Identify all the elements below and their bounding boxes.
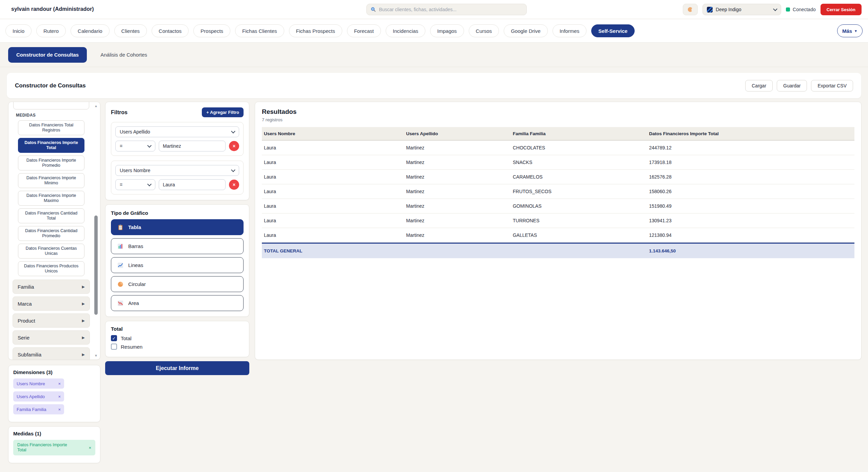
checkbox-label: Total	[121, 335, 132, 341]
table-icon	[117, 224, 123, 230]
more-menu-button[interactable]: Más ▼	[837, 24, 863, 37]
remove-chip-icon[interactable]: ×	[58, 407, 61, 412]
main-nav: InicioRuteroCalendarioClientesContactosP…	[0, 19, 868, 43]
measure-item-datos-financieros-cantidad-promedio[interactable]: Datos Financieros Cantidad Promedio	[18, 226, 84, 241]
fields-scroll-area[interactable]: MEDIDAS Datos Financieros Total Registro…	[8, 102, 100, 360]
section-product[interactable]: Product▶	[13, 313, 90, 328]
line-chart-icon	[117, 262, 123, 268]
nav-item-inicio[interactable]: Inicio	[5, 24, 32, 37]
nav-item-fichas-prospects[interactable]: Fichas Prospects	[289, 24, 342, 37]
nav-item-rutero[interactable]: Rutero	[36, 24, 66, 37]
export-csv-button[interactable]: Exportar CSV	[811, 80, 853, 91]
table-cell: 130941.23	[647, 218, 854, 223]
scrollbar-thumb[interactable]	[94, 216, 98, 315]
theme-select[interactable]: Deep Indigo	[702, 4, 781, 15]
chart-type-circular[interactable]: Circular	[111, 276, 244, 292]
dimensions-panel-title: Dimensiones (3)	[13, 369, 95, 375]
chart-type-lineas[interactable]: Lineas	[111, 257, 244, 273]
total-options-title: Total	[111, 326, 244, 332]
chart-type-area[interactable]: Area	[111, 295, 244, 311]
nav-item-google-drive[interactable]: Google Drive	[504, 24, 548, 37]
selected-measures-panel: Medidas (1) Datos Financieros Importe To…	[8, 426, 100, 463]
table-cell: Martinez	[404, 145, 510, 150]
table-cell: CARAMELOS	[511, 174, 647, 180]
table-cell: Martinez	[404, 232, 510, 238]
chart-type-tabla[interactable]: Tabla	[111, 219, 244, 235]
table-row: LauraMartinezCHOCOLATES244789.12	[262, 141, 854, 155]
section-serie[interactable]: Serie▶	[13, 330, 90, 345]
measure-item-datos-financieros-importe-minimo[interactable]: Datos Financieros Importe Minimo	[18, 173, 84, 188]
measure-item-datos-financieros-importe-total[interactable]: Datos Financieros Importe Total	[18, 138, 84, 153]
chart-type-label: Lineas	[128, 262, 143, 268]
nav-item-calendario[interactable]: Calendario	[71, 24, 110, 37]
chart-type-label: Tabla	[128, 224, 141, 230]
nav-item-clientes[interactable]: Clientes	[114, 24, 147, 37]
table-cell: Martinez	[404, 189, 510, 194]
nav-item-informes[interactable]: Informes	[553, 24, 586, 37]
filter-operator-value: =	[120, 143, 122, 149]
load-button[interactable]: Cargar	[745, 80, 773, 91]
checkbox-resumen[interactable]	[111, 344, 117, 350]
chevron-down-icon	[231, 129, 235, 134]
chevron-right-icon: ▶	[82, 319, 85, 323]
clipped-field-button[interactable]	[13, 102, 89, 109]
chip-label: Datos Financieros Importe Total	[17, 443, 75, 453]
filter-value-input[interactable]	[159, 179, 226, 190]
measure-item-datos-financieros-importe-promedio[interactable]: Datos Financieros Importe Promedio	[18, 156, 84, 170]
section-marca[interactable]: Marca▶	[13, 296, 90, 311]
nav-item-prospects[interactable]: Prospects	[193, 24, 230, 37]
nav-item-self-service[interactable]: Self-Service	[591, 24, 635, 37]
table-cell: Martinez	[404, 160, 510, 165]
status-dot-icon	[786, 7, 790, 12]
measure-item-datos-financieros-cantidad-total[interactable]: Datos Financieros Cantidad Total	[18, 208, 84, 223]
tab-constructor-de-consultas[interactable]: Constructor de Consultas	[8, 47, 87, 63]
table-cell: 173918.18	[647, 160, 854, 165]
nav-item-cursos[interactable]: Cursos	[469, 24, 499, 37]
remove-chip-icon[interactable]: ×	[58, 394, 61, 399]
filter-value-input[interactable]	[159, 141, 226, 151]
remove-chip-icon[interactable]: ×	[89, 445, 91, 450]
chart-type-barras[interactable]: Barras	[111, 238, 244, 254]
filter-operator-select[interactable]: =	[115, 141, 155, 151]
save-button[interactable]: Guardar	[777, 80, 807, 91]
filter-field-select[interactable]: Users Apellido	[115, 126, 239, 137]
measure-item-datos-financieros-cuentas-unicas[interactable]: Datos Financieros Cuentas Unicas	[18, 244, 84, 259]
dark-mode-toggle[interactable]	[683, 4, 698, 15]
nav-item-incidencias[interactable]: Incidencias	[386, 24, 425, 37]
section-familia[interactable]: Familia▶	[13, 280, 90, 294]
filter-operator-value: =	[120, 182, 122, 187]
tab-an-lisis-de-cohortes[interactable]: Análisis de Cohortes	[100, 52, 147, 58]
remove-filter-button[interactable]: ×	[229, 141, 239, 151]
measure-item-datos-financieros-total-registros[interactable]: Datos Financieros Total Registros	[18, 120, 84, 135]
measure-item-datos-financieros-importe-maximo[interactable]: Datos Financieros Importe Maximo	[18, 191, 84, 206]
filter-field-select[interactable]: Users Nombre	[115, 165, 239, 176]
checkbox-total[interactable]: ✓	[111, 335, 117, 341]
scroll-up-icon[interactable]: ▲	[93, 104, 99, 108]
run-report-button[interactable]: Ejecutar Informe	[105, 361, 249, 375]
section-subfamilia[interactable]: Subfamilia▶	[13, 347, 90, 360]
connection-status: Conectado	[786, 7, 816, 12]
total-label: TOTAL GENERAL	[262, 248, 404, 253]
toolbar-buttons: Cargar Guardar Exportar CSV	[745, 80, 853, 91]
filter-cards: Users Apellido=×Users Nombre=×	[111, 122, 244, 194]
filter-card: Users Nombre=×	[111, 161, 244, 194]
top-bar: sylvain randour (Administrador) Deep Ind…	[0, 0, 868, 19]
dimension-sections: Familia▶Marca▶Product▶Serie▶Subfamilia▶	[13, 280, 90, 360]
global-search[interactable]	[366, 4, 527, 15]
nav-item-contactos[interactable]: Contactos	[152, 24, 189, 37]
remove-chip-icon[interactable]: ×	[58, 381, 61, 386]
filter-operator-select[interactable]: =	[115, 179, 155, 190]
nav-item-forecast[interactable]: Forecast	[347, 24, 381, 37]
table-cell: Laura	[262, 232, 404, 238]
scrollbar[interactable]: ▲ ▼	[93, 103, 99, 358]
total-value: 1.143.646,50	[647, 248, 854, 253]
nav-item-impagos[interactable]: Impagos	[430, 24, 464, 37]
remove-filter-button[interactable]: ×	[229, 180, 239, 190]
search-input[interactable]	[379, 7, 522, 12]
nav-item-fichas-clientes[interactable]: Fichas Clientes	[235, 24, 284, 37]
measure-item-datos-financieros-productos-unicos[interactable]: Datos Financieros Productos Unicos	[18, 261, 84, 276]
filters-panel: Filtros + Agregar Filtro Users Apellido=…	[105, 102, 249, 200]
add-filter-button[interactable]: + Agregar Filtro	[202, 107, 244, 117]
logout-button[interactable]: Cerrar Sesión	[821, 4, 862, 15]
scroll-down-icon[interactable]: ▼	[93, 354, 99, 357]
